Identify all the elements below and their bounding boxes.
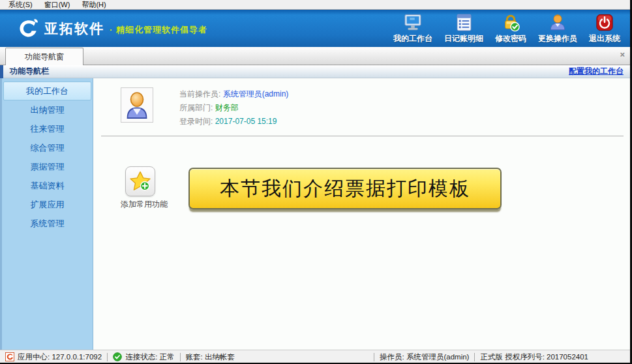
brand: 亚拓软件 · 精细化管理软件倡导者 [17, 18, 207, 39]
menu-help[interactable]: 帮助(H) [76, 0, 112, 10]
favorite-star-icon [125, 166, 155, 196]
app-center-value: 127.0.0.1:7092 [52, 353, 102, 361]
app-window: 系统(S) 窗口(W) 帮助(H) 亚拓软件 · 精细化管理软件倡导者 [0, 0, 632, 364]
current-user-block: 当前操作员: 系统管理员(admin) 所属部门: 财务部 登录时间: 2017… [121, 87, 630, 129]
function-nav-sidebar: 我的工作台 出纳管理 往来管理 综合管理 票据管理 基础资料 扩展应用 系统管理 [0, 78, 93, 350]
status-app-center: 应用中心: 127.0.0.1:7092 [0, 352, 107, 362]
header-toolbar: 我的工作台 日记账明细 [387, 12, 626, 44]
avatar [121, 87, 153, 123]
caption-accent [0, 65, 3, 78]
status-account-set: 账套: 出纳帐套 [181, 352, 240, 362]
sidebar-item-basic-data[interactable]: 基础资料 [3, 176, 91, 195]
workspace-panel: 当前操作员: 系统管理员(admin) 所属部门: 财务部 登录时间: 2017… [93, 78, 630, 350]
nav-caption-bar: 功能导航栏 配置我的工作台 [0, 65, 630, 78]
favorites-row: 添加常用功能 本节我们介绍票据打印模板 [121, 166, 630, 210]
toolbar-label: 修改密码 [495, 33, 526, 44]
close-icon[interactable]: × [620, 50, 625, 59]
add-favorite-label: 添加常用功能 [121, 199, 160, 210]
app-center-label: 应用中心: [18, 352, 50, 362]
app-header: 亚拓软件 · 精细化管理软件倡导者 我的工作台 [0, 10, 630, 47]
journal-icon [455, 12, 473, 32]
sidebar-item-bill-mgmt[interactable]: 票据管理 [3, 157, 91, 176]
operator-icon [549, 12, 567, 32]
status-bar: 应用中心: 127.0.0.1:7092 连接状态: 正常 账套: 出纳帐套 操… [0, 350, 630, 363]
status-license: 正式版 授权序列号: 2017052401 [475, 352, 594, 362]
menu-bar: 系统(S) 窗口(W) 帮助(H) [0, 0, 630, 10]
app-logo-icon [17, 18, 39, 39]
account-set-label: 账套: [186, 352, 203, 362]
sidebar-item-comprehensive-mgmt[interactable]: 综合管理 [3, 138, 91, 157]
sidebar-item-contacts-mgmt[interactable]: 往来管理 [3, 119, 91, 138]
operator-value: 系统管理员(admin) [223, 89, 289, 99]
power-icon [595, 12, 614, 32]
login-time-value: 2017-07-05 15:19 [215, 117, 277, 126]
sidebar-item-my-workbench[interactable]: 我的工作台 [3, 82, 91, 100]
content-area: 我的工作台 出纳管理 往来管理 综合管理 票据管理 基础资料 扩展应用 系统管理 [0, 78, 630, 350]
status-operator: 操作员: 系统管理员(admin) [374, 352, 474, 362]
tab-function-nav[interactable]: 功能导航窗 [5, 48, 83, 65]
configure-workbench-link[interactable]: 配置我的工作台 [569, 66, 624, 77]
login-time-label: 登录时间: [179, 117, 213, 126]
toolbar-label: 我的工作台 [393, 33, 432, 44]
status-operator-label: 操作员: [380, 352, 404, 362]
status-operator-value: 系统管理员(admin) [406, 352, 469, 362]
toolbar-label: 退出系统 [589, 33, 620, 44]
menu-system[interactable]: 系统(S) [3, 0, 38, 10]
monitor-icon [403, 12, 423, 32]
toolbar-label: 更换操作员 [538, 33, 577, 44]
divider [101, 136, 624, 136]
toolbar-my-workbench[interactable]: 我的工作台 [387, 12, 438, 44]
connection-label: 连接状态: [125, 352, 157, 362]
sidebar-item-extended-apps[interactable]: 扩展应用 [3, 195, 91, 214]
toolbar-journal-detail[interactable]: 日记账明细 [438, 12, 489, 44]
license-value: 正式版 授权序列号: 2017052401 [480, 352, 588, 362]
department-label: 所属部门: [179, 103, 213, 112]
nav-caption: 功能导航栏 [10, 66, 49, 77]
toolbar-change-operator[interactable]: 更换操作员 [532, 12, 583, 44]
tab-strip: 功能导航窗 × [0, 47, 630, 65]
sidebar-item-cashier-mgmt[interactable]: 出纳管理 [3, 100, 91, 119]
password-lock-icon [501, 12, 520, 32]
connection-ok-icon [113, 352, 122, 361]
brand-tagline: · 精细化管理软件倡导者 [110, 24, 207, 36]
operator-label: 当前操作员: [179, 89, 220, 99]
user-info: 当前操作员: 系统管理员(admin) 所属部门: 财务部 登录时间: 2017… [179, 87, 288, 129]
brand-name: 亚拓软件 [44, 20, 104, 38]
account-set-value: 出纳帐套 [205, 352, 235, 362]
toolbar-label: 日记账明细 [444, 33, 483, 44]
add-favorite-button[interactable]: 添加常用功能 [121, 166, 160, 210]
sidebar-item-system-mgmt[interactable]: 系统管理 [3, 214, 91, 233]
app-center-logo-icon [5, 352, 14, 361]
connection-value: 正常 [160, 352, 175, 362]
department-value: 财务部 [215, 103, 239, 112]
toolbar-exit-system[interactable]: 退出系统 [583, 12, 626, 44]
toolbar-change-password[interactable]: 修改密码 [489, 12, 532, 44]
menu-window[interactable]: 窗口(W) [38, 0, 76, 10]
status-connection: 连接状态: 正常 [108, 352, 179, 362]
tutorial-banner: 本节我们介绍票据打印模板 [188, 168, 502, 209]
